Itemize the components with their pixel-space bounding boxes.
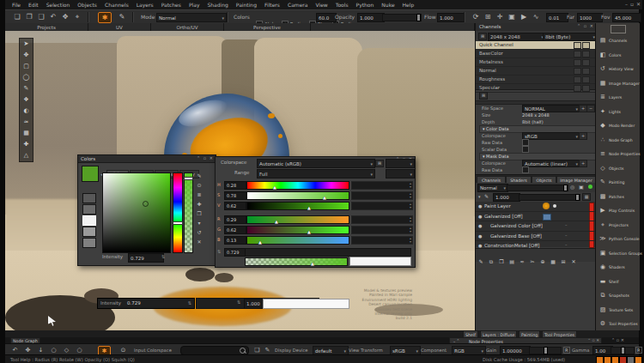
layer-visibility-icon[interactable]: ● xyxy=(478,214,482,219)
prop-checkbox[interactable] xyxy=(522,139,529,146)
pen-icon[interactable]: ✎ xyxy=(263,346,272,354)
far-value-field[interactable]: 1000 xyxy=(577,13,603,22)
menu-tools[interactable]: Tools xyxy=(332,2,352,8)
merge-layer-icon[interactable]: ≈ xyxy=(517,258,527,264)
channel-visibility-icon[interactable] xyxy=(582,42,590,49)
grid-icon[interactable]: ⊞ xyxy=(483,12,493,21)
transform-icon[interactable]: ✥ xyxy=(60,12,70,21)
sidebar-item-colors[interactable]: ◧Colors xyxy=(596,49,640,64)
fov-value-field[interactable]: 45.000 xyxy=(612,13,641,22)
channel-ramp-b[interactable]: ▲ xyxy=(246,236,349,245)
history-swatch[interactable] xyxy=(82,204,96,215)
channel-row-basecolor[interactable]: BaseColor xyxy=(476,50,596,58)
colorspace-dropdown[interactable]: Automatic (sRGB)▾ xyxy=(257,159,375,168)
channel-row-normal[interactable]: Normal xyxy=(476,67,596,76)
channel-row-metalness[interactable]: Metalness xyxy=(476,58,596,67)
sidebar-item-shelf[interactable]: ▬Shelf xyxy=(596,275,640,290)
paint-mode-dropdown[interactable]: Normal▾ xyxy=(156,13,227,22)
layer-grid-button[interactable]: ▦ xyxy=(582,193,591,201)
channel-value-h[interactable]: 0.28 xyxy=(224,181,246,190)
target-icon[interactable]: ⌖ xyxy=(72,12,82,21)
menu-filters[interactable]: Filters xyxy=(261,2,283,8)
new-project-icon[interactable]: ❏ xyxy=(12,12,22,21)
sidebar-footer-icons[interactable]: ⌃ ▫ ✕ xyxy=(611,337,624,342)
view-tab-projects[interactable]: Projects xyxy=(5,23,88,31)
channel-row-roughness[interactable]: Roughness xyxy=(476,76,596,84)
dropper-icon[interactable]: ⊙ xyxy=(194,182,204,191)
view-tab-uv[interactable]: UV xyxy=(88,23,151,31)
menu-edit[interactable]: Edit xyxy=(25,2,42,8)
channel-spinbox-h[interactable]: ▴▾ xyxy=(351,181,413,190)
intensity-stepper[interactable]: ⇅ xyxy=(188,300,191,306)
menu-selection[interactable]: Selection xyxy=(43,2,74,8)
history-swatch[interactable] xyxy=(82,227,96,237)
channel-visibility-icon[interactable] xyxy=(582,76,590,83)
circle2-icon[interactable]: ○ xyxy=(75,346,84,354)
channel-visibility-icon[interactable] xyxy=(582,59,590,66)
flow-value-field[interactable]: 1.000 xyxy=(437,13,465,22)
history-swatch[interactable] xyxy=(82,215,96,226)
sidebar-item-lights[interactable]: ✦Lights xyxy=(596,106,640,120)
layer-opacity-slider[interactable] xyxy=(507,185,568,191)
circle-select-tool[interactable]: ◯ xyxy=(20,72,33,83)
spin-down-icon[interactable]: ▾ xyxy=(410,185,411,189)
palette-window-buttons[interactable]: ⌃ ▫ ✕ xyxy=(197,155,214,160)
spin-down-icon[interactable]: ▾ xyxy=(410,240,411,244)
menu-patches[interactable]: Patches xyxy=(158,2,185,8)
sidebar-item-channels[interactable]: ▤Channels xyxy=(596,34,640,49)
channel-spinbox-s[interactable]: ▴▾ xyxy=(351,191,413,200)
radius-value-field[interactable]: 60.0 xyxy=(316,13,337,22)
save-project-icon[interactable]: ❑ xyxy=(36,12,46,21)
undo-icon[interactable]: ↶ xyxy=(10,346,20,354)
add-tool[interactable]: ✚ xyxy=(20,139,33,150)
current-color-swatch[interactable] xyxy=(82,166,99,182)
colorspace-extra-dropdown[interactable]: ▾ xyxy=(386,159,415,168)
marquee-tool[interactable]: ▢ xyxy=(20,61,33,72)
palette-window-buttons[interactable]: ⌃ ▫ ✕ xyxy=(587,338,599,342)
channel-value-v[interactable]: 0.62 xyxy=(224,202,246,210)
paint-tool[interactable]: ✎ xyxy=(20,83,33,94)
menu-layers[interactable]: Layers xyxy=(133,2,157,8)
gradient-tool[interactable]: △ xyxy=(20,150,33,161)
layer-visibility-icon[interactable]: ● xyxy=(478,233,482,239)
sidebar-item-play-controls[interactable]: ▶Play Controls xyxy=(596,204,640,219)
blur-tool[interactable]: ◐ xyxy=(20,106,33,117)
symmetry-icon[interactable]: ✛ xyxy=(495,12,505,21)
menu-python[interactable]: Python xyxy=(353,2,378,8)
alpha-ramp[interactable]: ▲ xyxy=(245,257,348,266)
channel-lock-icon[interactable] xyxy=(574,85,581,92)
select-tool[interactable]: ➤ xyxy=(20,39,33,50)
menu-view[interactable]: View xyxy=(313,2,331,8)
layer-row-galvanized-color-off[interactable]: ●Galvanized Color [Off]– xyxy=(476,221,596,232)
prop-checkbox[interactable] xyxy=(522,166,529,173)
intensity-value-field[interactable]: 0.729 xyxy=(128,253,164,263)
gain-reset-button[interactable]: R xyxy=(563,347,570,354)
menu-objects[interactable]: Objects xyxy=(74,2,100,8)
page-icon[interactable]: ❏ xyxy=(252,346,262,354)
channel-ramp-r[interactable]: ▲ xyxy=(246,215,349,224)
channel-value-r[interactable]: 0.29 xyxy=(224,215,246,224)
a-value-stepper[interactable]: ⇅ xyxy=(217,249,221,254)
list-icon[interactable]: ≣ xyxy=(194,191,204,201)
view-tab-perspective[interactable]: Perspective xyxy=(224,23,311,31)
alpha-strip[interactable] xyxy=(184,172,193,253)
layer-row-galvanized-base-off[interactable]: ●Galvanized Base [Off]– xyxy=(476,232,596,242)
open-project-icon[interactable]: ❐ xyxy=(24,12,34,21)
close-swatch-icon[interactable]: ✕ xyxy=(194,239,204,248)
move-tool[interactable]: ✥ xyxy=(20,50,33,61)
channel-ramp-v[interactable]: ▲ xyxy=(246,202,349,210)
history-icon[interactable]: ↺ xyxy=(194,229,204,239)
diamond-icon[interactable]: ◇ xyxy=(62,346,71,354)
channel-ramp-s[interactable]: ▲ xyxy=(246,191,349,200)
spin-down-icon[interactable]: ▾ xyxy=(410,230,411,233)
copy-layer-icon[interactable]: ❒ xyxy=(496,258,507,264)
circle-icon[interactable]: ○ xyxy=(49,346,58,354)
channel-ramp-g[interactable]: ▲ xyxy=(246,226,349,234)
grid-layer-icon[interactable]: ⊞ xyxy=(558,258,568,264)
hue-strip[interactable] xyxy=(173,172,183,253)
menu-shading[interactable]: Shading xyxy=(204,2,231,8)
add-icon[interactable]: ✚ xyxy=(194,201,204,210)
cut-layer-icon[interactable]: ✂ xyxy=(527,258,538,264)
channel-row-quick-channel[interactable]: Quick Channel xyxy=(476,41,596,50)
restore-icon[interactable]: ▫ xyxy=(630,1,634,7)
